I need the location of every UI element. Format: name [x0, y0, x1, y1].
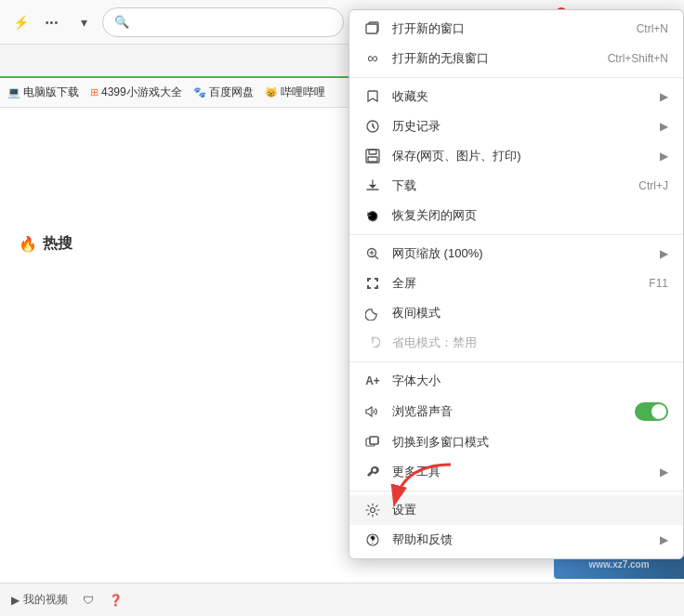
new-window-shortcut: Ctrl+N	[637, 22, 668, 35]
hot-title: 🔥 热搜	[19, 234, 322, 254]
new-window-icon	[364, 20, 381, 37]
tools-label: 更多工具	[392, 464, 649, 480]
sound-icon	[364, 403, 381, 420]
sound-toggle[interactable]	[635, 402, 668, 421]
tools-icon	[364, 464, 381, 480]
divider-2	[349, 234, 683, 235]
downloads-icon	[364, 177, 381, 194]
zoom-label: 网页缩放 (100%)	[392, 245, 649, 262]
fontsize-icon: A+	[364, 373, 381, 389]
save-arrow: ▶	[660, 150, 668, 163]
zoom-icon	[364, 245, 381, 262]
bookmarks-label: 收藏夹	[392, 88, 649, 105]
bookmark-download[interactable]: 💻 电脑版下载	[7, 85, 79, 100]
menu-new-window[interactable]: 打开新的窗口 Ctrl+N	[349, 14, 683, 44]
menu-fullscreen[interactable]: 全屏 F11	[349, 269, 683, 298]
bookmark-icon-4399: ⊞	[90, 86, 99, 98]
my-videos[interactable]: ▶ 我的视频	[11, 592, 68, 608]
help-label: 帮助和反馈	[392, 531, 649, 548]
incognito-label: 打开新的无痕窗口	[392, 50, 597, 67]
svg-rect-3	[369, 150, 376, 154]
downloads-shortcut: Ctrl+J	[638, 179, 668, 192]
fontsize-label: 字体大小	[392, 373, 668, 389]
help-item[interactable]: ❓	[109, 594, 123, 607]
bookmark-label-4399: 4399小游戏大全	[101, 85, 182, 100]
bookmark-icon-baidu: 🐾	[193, 86, 206, 98]
menu-zoom[interactable]: 网页缩放 (100%) ▶	[349, 239, 683, 269]
settings-label: 设置	[392, 502, 668, 518]
menu-save[interactable]: 保存(网页、图片、打印) ▶	[349, 141, 683, 171]
more-button[interactable]: •••	[39, 9, 65, 35]
hot-title-text: 热搜	[43, 234, 72, 254]
bookmark-icon-bilibili: 😸	[265, 86, 278, 98]
shield-item[interactable]: 🛡	[83, 594, 94, 607]
video-icon: ▶	[11, 594, 20, 607]
new-window-label: 打开新的窗口	[392, 20, 625, 37]
power-label: 省电模式：禁用	[392, 334, 668, 351]
menu-multiwindow[interactable]: 切换到多窗口模式	[349, 427, 683, 457]
fullscreen-icon	[364, 275, 381, 292]
menu-sound[interactable]: 浏览器声音	[349, 396, 683, 427]
bookmark-label-baidu: 百度网盘	[209, 85, 254, 100]
restore-label: 恢复关闭的网页	[392, 207, 668, 224]
multiwindow-icon	[364, 434, 381, 451]
help-icon: ❓	[109, 594, 123, 607]
help-arrow: ▶	[660, 533, 668, 546]
svg-point-9	[371, 508, 375, 513]
lightning-button[interactable]: ⚡	[7, 9, 33, 35]
save-icon	[364, 148, 381, 164]
shield-icon-bottom: 🛡	[83, 594, 94, 607]
menu-tools[interactable]: 更多工具 ▶	[349, 457, 683, 487]
downloads-label: 下载	[392, 177, 627, 194]
zoom-arrow: ▶	[660, 247, 668, 260]
context-menu: 打开新的窗口 Ctrl+N ∞ 打开新的无痕窗口 Ctrl+Shift+N 收藏…	[349, 9, 684, 559]
menu-help[interactable]: 帮助和反馈 ▶	[349, 525, 683, 555]
nightmode-icon	[364, 305, 381, 321]
settings-icon	[364, 502, 381, 518]
history-arrow: ▶	[660, 120, 668, 133]
menu-settings[interactable]: 设置	[349, 495, 683, 525]
menu-downloads[interactable]: 下载 Ctrl+J	[349, 171, 683, 201]
incognito-shortcut: Ctrl+Shift+N	[608, 52, 668, 65]
bookmark-baidu[interactable]: 🐾 百度网盘	[193, 85, 254, 100]
bookmarks-icon	[364, 88, 381, 105]
nightmode-label: 夜间模式	[392, 305, 668, 321]
history-label: 历史记录	[392, 118, 649, 135]
bookmark-icon: 💻	[7, 86, 20, 98]
fire-icon: 🔥	[19, 235, 37, 253]
bookmark-4399[interactable]: ⊞ 4399小游戏大全	[90, 85, 182, 100]
svg-point-11	[372, 543, 373, 544]
menu-incognito[interactable]: ∞ 打开新的无痕窗口 Ctrl+Shift+N	[349, 44, 683, 73]
divider-1	[349, 77, 683, 78]
menu-fontsize[interactable]: A+ 字体大小	[349, 366, 683, 396]
menu-power: 省电模式：禁用	[349, 328, 683, 358]
incognito-icon: ∞	[364, 50, 381, 67]
menu-history[interactable]: 历史记录 ▶	[349, 111, 683, 141]
bookmarks-arrow: ▶	[660, 90, 668, 103]
tools-arrow: ▶	[660, 465, 668, 478]
address-bar[interactable]: 🔍	[102, 7, 344, 37]
history-icon	[364, 118, 381, 135]
sound-label: 浏览器声音	[392, 403, 624, 420]
bookmark-label: 电脑版下载	[23, 85, 79, 100]
dropdown-button[interactable]: ▾	[71, 9, 97, 35]
svg-rect-7	[370, 437, 378, 444]
svg-rect-4	[368, 157, 377, 162]
context-menu-overlay: 打开新的窗口 Ctrl+N ∞ 打开新的无痕窗口 Ctrl+Shift+N 收藏…	[349, 0, 684, 616]
power-icon	[364, 334, 381, 351]
menu-restore[interactable]: 恢复关闭的网页	[349, 201, 683, 230]
help-menu-icon	[364, 531, 381, 548]
save-label: 保存(网页、图片、打印)	[392, 148, 649, 164]
search-icon: 🔍	[114, 15, 129, 29]
lightning-icon: ⚡	[13, 15, 29, 30]
divider-4	[349, 491, 683, 491]
bookmark-bilibili[interactable]: 😸 哔哩哔哩	[265, 85, 325, 100]
restore-icon	[364, 207, 381, 224]
bookmark-label-bilibili: 哔哩哔哩	[281, 85, 325, 100]
menu-nightmode[interactable]: 夜间模式	[349, 298, 683, 328]
svg-rect-0	[366, 24, 377, 33]
multiwindow-label: 切换到多窗口模式	[392, 434, 668, 451]
fullscreen-label: 全屏	[392, 275, 638, 292]
hot-topics: 🔥 热搜	[0, 216, 340, 616]
menu-bookmarks[interactable]: 收藏夹 ▶	[349, 82, 683, 111]
